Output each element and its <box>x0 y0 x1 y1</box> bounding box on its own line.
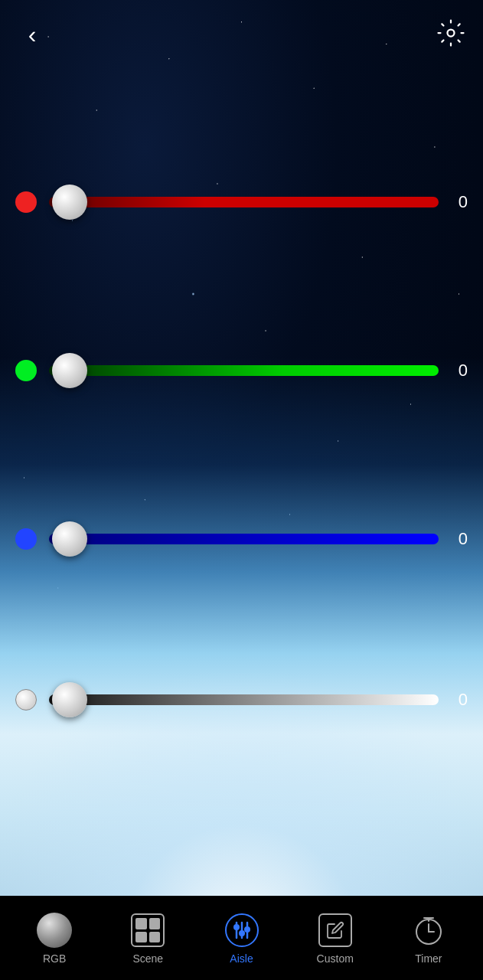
scene-grid-cell <box>135 932 147 943</box>
timer-nav-icon <box>410 911 448 949</box>
timer-clock-icon <box>412 913 445 947</box>
green-slider-track[interactable] <box>49 365 439 376</box>
white-dot <box>15 689 37 710</box>
white-slider-thumb[interactable] <box>52 682 87 717</box>
gear-icon <box>437 19 465 50</box>
blue-slider-thumb[interactable] <box>52 521 87 557</box>
white-track <box>49 694 439 705</box>
custom-edit-icon <box>318 913 352 947</box>
back-button[interactable]: ‹ <box>15 18 49 51</box>
back-icon: ‹ <box>28 22 37 47</box>
red-slider-value: 0 <box>445 192 468 212</box>
nav-item-scene[interactable]: Scene <box>101 903 194 965</box>
blue-slider-track[interactable] <box>49 534 439 544</box>
blue-track <box>49 534 439 544</box>
rgb-nav-icon <box>35 911 73 949</box>
aisle-nav-label: Aisle <box>230 952 253 965</box>
white-slider-track[interactable] <box>49 694 439 705</box>
blue-slider-row: 0 <box>0 528 483 550</box>
red-slider-thumb[interactable] <box>52 185 87 220</box>
custom-nav-icon <box>316 911 354 949</box>
blue-dot <box>15 528 37 550</box>
nav-item-custom[interactable]: Custom <box>289 903 382 965</box>
svg-point-6 <box>244 926 250 933</box>
red-slider-track[interactable] <box>49 197 439 207</box>
red-dot <box>15 191 37 213</box>
aisle-nav-icon <box>223 911 261 949</box>
white-slider-row: 0 <box>0 689 483 710</box>
blue-slider-value: 0 <box>445 529 468 549</box>
header: ‹ <box>0 0 483 61</box>
red-track <box>49 197 439 207</box>
green-dot <box>15 360 37 381</box>
white-slider-value: 0 <box>445 690 468 710</box>
green-slider-thumb[interactable] <box>52 353 87 388</box>
nav-item-timer[interactable]: Timer <box>382 903 475 965</box>
settings-button[interactable] <box>434 18 468 51</box>
custom-nav-label: Custom <box>317 952 354 965</box>
scene-nav-icon <box>129 911 167 949</box>
bottom-nav: RGB Scene <box>0 896 483 980</box>
svg-point-0 <box>448 30 455 37</box>
scene-grid-cell <box>149 932 161 943</box>
red-slider-row: 0 <box>0 191 483 213</box>
rgb-nav-label: RGB <box>43 952 66 965</box>
scene-grid-icon <box>131 913 165 947</box>
green-slider-value: 0 <box>445 361 468 381</box>
timer-nav-label: Timer <box>415 952 442 965</box>
aisle-circle-icon <box>225 913 259 947</box>
scene-grid-cell <box>135 918 147 929</box>
scene-grid-cell <box>149 918 161 929</box>
nav-item-aisle[interactable]: Aisle <box>194 903 288 965</box>
svg-point-4 <box>239 930 245 936</box>
green-slider-row: 0 <box>0 360 483 381</box>
green-track <box>49 365 439 376</box>
nav-item-rgb[interactable]: RGB <box>8 903 101 965</box>
scene-nav-label: Scene <box>132 952 163 965</box>
rgb-knob-icon <box>37 913 72 948</box>
svg-point-2 <box>233 924 240 930</box>
